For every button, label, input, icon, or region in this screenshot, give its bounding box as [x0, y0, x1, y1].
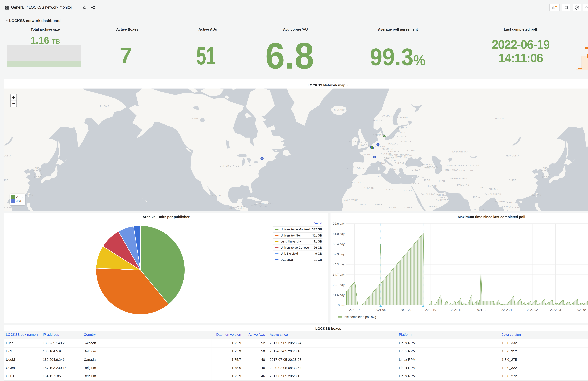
svg-text:ITALY: ITALY [380, 162, 387, 164]
svg-text:ICELAND: ICELAND [334, 109, 345, 111]
svg-text:LAOS: LAOS [507, 201, 514, 203]
svg-text:OMAN: OMAN [443, 198, 450, 201]
svg-text:ALGERIA: ALGERIA [364, 187, 375, 189]
svg-text:2021-07: 2021-07 [349, 308, 360, 311]
svg-text:NORWAY: NORWAY [373, 119, 384, 121]
svg-text:CHAD: CHAD [389, 206, 396, 209]
svg-text:23.1 day: 23.1 day [333, 283, 345, 287]
svg-text:TAIWAN: TAIWAN [532, 194, 541, 196]
svg-text:KOREA: KOREA [34, 176, 43, 178]
svg-text:TURKMENISTAN: TURKMENISTAN [440, 169, 459, 171]
svg-text:LAOS: LAOS [4, 201, 6, 203]
svg-text:UKRAINE: UKRAINE [405, 150, 417, 152]
svg-text:TAIWAN: TAIWAN [24, 194, 33, 196]
svg-text:HUNGARY: HUNGARY [387, 154, 399, 156]
svg-text:34.7 day: 34.7 day [333, 273, 345, 276]
svg-text:REPUBLIC: REPUBLIC [260, 205, 273, 207]
svg-text:2021-12: 2021-12 [476, 308, 486, 311]
svg-text:SUDAN: SUDAN [404, 206, 412, 209]
svg-text:RUSSIA: RUSSIA [100, 105, 109, 107]
svg-text:2022-04: 2022-04 [576, 308, 587, 311]
svg-text:UZBEKISTAN: UZBEKISTAN [447, 164, 462, 167]
svg-text:57.9 day: 57.9 day [333, 252, 345, 256]
svg-text:2021-09: 2021-09 [400, 308, 411, 311]
svg-text:NORTH: NORTH [33, 167, 42, 169]
svg-text:GUATEMALA: GUATEMALA [229, 207, 244, 209]
svg-text:11.6 day: 11.6 day [333, 293, 345, 297]
svg-text:MOLDOVA: MOLDOVA [400, 154, 412, 156]
svg-text:81.0 day: 81.0 day [333, 232, 345, 236]
svg-text:TAJIKISTAN: TAJIKISTAN [459, 170, 473, 172]
svg-text:MALI: MALI [360, 203, 366, 206]
svg-text:GERMANY: GERMANY [375, 145, 387, 147]
svg-text:DENMARK: DENMARK [373, 134, 385, 136]
svg-text:CANADA: CANADA [189, 118, 199, 120]
svg-text:GEORGIA: GEORGIA [421, 163, 433, 166]
svg-text:EGYPT: EGYPT [404, 189, 412, 192]
svg-text:BELARUS: BELARUS [400, 140, 411, 142]
svg-text:TUNISIA: TUNISIA [375, 175, 384, 178]
svg-text:UNITED: UNITED [438, 194, 447, 196]
svg-text:MOROCCO: MOROCCO [351, 181, 364, 184]
svg-text:BANGLADESH: BANGLADESH [484, 193, 501, 195]
svg-text:46.3 day: 46.3 day [333, 263, 345, 266]
svg-text:KOREA: KOREA [541, 170, 549, 172]
svg-text:UNITED: UNITED [359, 141, 368, 144]
svg-text:ISRAEL: ISRAEL [411, 182, 420, 184]
svg-text:FRANCE: FRANCE [363, 153, 374, 156]
svg-text:92.6 day: 92.6 day [333, 222, 345, 225]
svg-text:2022-02: 2022-02 [527, 308, 538, 311]
svg-text:IRAQ: IRAQ [424, 179, 430, 181]
svg-text:BHUTAN: BHUTAN [489, 188, 499, 190]
svg-text:0 ms: 0 ms [338, 303, 345, 307]
svg-text:MONGOLIA: MONGOLIA [506, 155, 519, 157]
svg-text:VIETNAM: VIETNAM [4, 206, 12, 209]
svg-text:CROATIA: CROATIA [384, 157, 395, 159]
svg-text:NIGER: NIGER [375, 203, 382, 206]
svg-text:LATVIA: LATVIA [397, 132, 405, 134]
svg-text:FINLAND: FINLAND [397, 116, 408, 119]
svg-text:SERBIA: SERBIA [391, 160, 400, 162]
svg-text:last completed poll avg: last completed poll avg [344, 315, 376, 319]
svg-text:SLOVAKIA: SLOVAKIA [387, 150, 399, 152]
svg-text:KOREA: KOREA [542, 176, 551, 178]
svg-text:KYRGYZSTAN: KYRGYZSTAN [463, 164, 479, 167]
svg-text:2021-11: 2021-11 [451, 308, 462, 311]
svg-text:2021-10: 2021-10 [425, 308, 436, 311]
svg-text:ESTONIA: ESTONIA [397, 127, 407, 129]
svg-text:SOUTH: SOUTH [542, 174, 551, 176]
svg-text:MAURITANIA: MAURITANIA [343, 199, 359, 201]
svg-text:KINGDOM: KINGDOM [358, 144, 370, 146]
svg-text:SYRIA: SYRIA [417, 176, 424, 178]
svg-text:VIETNAM: VIETNAM [509, 206, 520, 209]
svg-text:JAMAICA: JAMAICA [251, 204, 262, 206]
svg-text:BULGARIA: BULGARIA [395, 162, 407, 164]
svg-text:69.4 day: 69.4 day [333, 242, 345, 246]
svg-text:CHINA: CHINA [509, 179, 516, 181]
svg-text:NORTH: NORTH [541, 167, 549, 169]
svg-text:UNITED STATES: UNITED STATES [220, 165, 239, 167]
svg-text:LIBYA: LIBYA [386, 189, 393, 191]
svg-text:AFGHANISTAN: AFGHANISTAN [450, 177, 468, 180]
svg-text:KAZAKHSTAN: KAZAKHSTAN [452, 151, 468, 153]
svg-text:LITHUANIA: LITHUANIA [393, 136, 406, 138]
svg-text:KOREA: KOREA [33, 170, 41, 172]
svg-text:TURKEY: TURKEY [410, 169, 420, 171]
svg-text:MONGOLIA: MONGOLIA [4, 155, 11, 157]
svg-text:YEMEN: YEMEN [429, 205, 437, 208]
svg-text:ROMANIA: ROMANIA [396, 156, 407, 158]
svg-text:SAUDI ARABIA: SAUDI ARABIA [421, 193, 438, 195]
svg-text:KUWAIT: KUWAIT [428, 185, 438, 187]
svg-text:ARMENIA: ARMENIA [424, 167, 435, 169]
svg-text:RUSSIA: RUSSIA [495, 118, 504, 120]
svg-text:CZECHIA: CZECHIA [382, 148, 393, 150]
svg-text:IRAN: IRAN [439, 180, 445, 182]
svg-text:PORTUGAL: PORTUGAL [347, 167, 360, 170]
svg-text:MYANMAR: MYANMAR [495, 201, 507, 203]
svg-text:POLAND: POLAND [388, 143, 399, 145]
svg-text:GREECE: GREECE [392, 168, 402, 170]
svg-text:INDIA: INDIA [473, 196, 480, 198]
svg-text:CUBA: CUBA [250, 196, 257, 198]
svg-text:SWEDEN: SWEDEN [382, 115, 392, 117]
svg-text:2022-01: 2022-01 [501, 308, 512, 311]
